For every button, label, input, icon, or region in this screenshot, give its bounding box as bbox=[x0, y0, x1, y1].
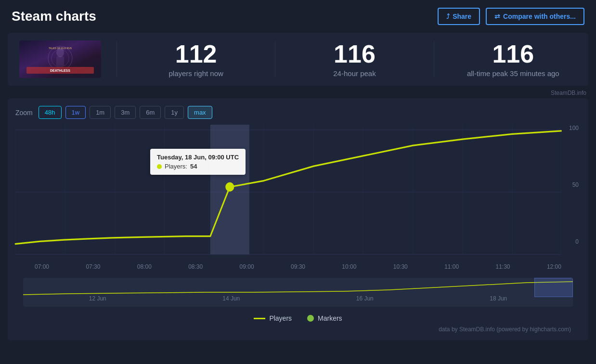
steamdb-reference: SteamDB.info bbox=[0, 88, 596, 98]
mini-chart-svg bbox=[23, 278, 573, 297]
x-label-0700: 07:00 bbox=[35, 263, 49, 270]
x-label-1130: 11:30 bbox=[496, 263, 510, 270]
zoom-1w-button[interactable]: 1w bbox=[65, 106, 86, 119]
all-time-peak-number: 116 bbox=[450, 41, 577, 66]
share-button[interactable]: ⤴ Share bbox=[438, 8, 480, 25]
legend-markers: Markers bbox=[307, 314, 342, 322]
mini-timeline[interactable]: 12 Jun 14 Jun 16 Jun 18 Jun bbox=[23, 278, 573, 307]
top-buttons: ⤴ Share ⇄ Compare with others... bbox=[438, 8, 584, 25]
all-time-peak-block: 116 all-time peak 35 minutes ago bbox=[434, 41, 577, 78]
legend-markers-label: Markers bbox=[318, 314, 342, 322]
current-players-number: 112 bbox=[132, 41, 259, 66]
chart-legend: Players Markers bbox=[15, 311, 581, 324]
chart-line bbox=[15, 131, 561, 244]
legend-players: Players bbox=[254, 314, 292, 322]
chart-svg[interactable] bbox=[15, 125, 581, 260]
main-chart-container: 100 50 0 bbox=[15, 125, 581, 274]
game-logo-text: DEATHLESS TALES OF OLD RUS bbox=[20, 40, 101, 78]
x-label-1030: 10:30 bbox=[393, 263, 408, 270]
current-players-block: 112 players right now bbox=[117, 41, 259, 78]
current-players-label: players right now bbox=[132, 69, 259, 78]
share-icon: ⤴ bbox=[446, 13, 450, 20]
x-label-0800: 08:00 bbox=[137, 263, 152, 270]
game-thumbnail: DEATHLESS TALES OF OLD RUS bbox=[19, 40, 101, 78]
zoom-max-button[interactable]: max bbox=[188, 106, 212, 119]
chart-section: Zoom 48h 1w 1m 3m 6m 1y max 100 50 0 bbox=[8, 98, 588, 340]
stats-card: DEATHLESS TALES OF OLD RUS 112 players r… bbox=[8, 33, 588, 86]
x-label-1200: 12:00 bbox=[547, 263, 561, 270]
mini-highlight bbox=[534, 278, 573, 297]
share-label: Share bbox=[453, 13, 471, 20]
zoom-48h-button[interactable]: 48h bbox=[39, 106, 62, 119]
game-art: DEATHLESS TALES OF OLD RUS bbox=[22, 40, 99, 76]
y-axis-labels: 100 50 0 bbox=[561, 125, 581, 245]
svg-text:TALES OF OLD RUS: TALES OF OLD RUS bbox=[49, 47, 72, 50]
legend-players-line bbox=[254, 318, 265, 319]
x-label-1000: 10:00 bbox=[342, 263, 356, 270]
y-label-0: 0 bbox=[575, 238, 579, 245]
zoom-1y-button[interactable]: 1y bbox=[165, 106, 184, 119]
x-axis-labels: 07:00 07:30 08:00 08:30 09:00 09:30 10:0… bbox=[15, 261, 581, 270]
zoom-6m-button[interactable]: 6m bbox=[140, 106, 161, 119]
peak-24h-label: 24-hour peak bbox=[291, 69, 418, 78]
site-title: Steam charts bbox=[12, 9, 96, 24]
x-label-0730: 07:30 bbox=[86, 263, 100, 270]
peak-24h-block: 116 24-hour peak bbox=[275, 41, 418, 78]
peak-24h-number: 116 bbox=[291, 41, 418, 66]
zoom-label: Zoom bbox=[15, 109, 33, 117]
x-label-0900: 09:00 bbox=[240, 263, 254, 270]
x-label-0830: 08:30 bbox=[188, 263, 203, 270]
legend-markers-dot bbox=[307, 315, 314, 322]
zoom-1m-button[interactable]: 1m bbox=[90, 106, 111, 119]
all-time-peak-label: all-time peak 35 minutes ago bbox=[450, 69, 577, 78]
compare-button[interactable]: ⇄ Compare with others... bbox=[486, 8, 584, 25]
svg-text:DEATHLESS: DEATHLESS bbox=[50, 69, 70, 72]
y-label-50: 50 bbox=[572, 182, 579, 188]
top-bar: Steam charts ⤴ Share ⇄ Compare with othe… bbox=[0, 0, 596, 33]
compare-label: Compare with others... bbox=[503, 13, 576, 20]
chart-data-point[interactable] bbox=[226, 183, 233, 191]
legend-players-label: Players bbox=[269, 314, 292, 322]
y-label-100: 100 bbox=[569, 125, 579, 131]
compare-icon: ⇄ bbox=[494, 13, 500, 20]
zoom-3m-button[interactable]: 3m bbox=[115, 106, 136, 119]
svg-rect-4 bbox=[56, 56, 64, 66]
zoom-controls: Zoom 48h 1w 1m 3m 6m 1y max bbox=[15, 106, 581, 119]
x-label-0930: 09:30 bbox=[291, 263, 305, 270]
x-label-1100: 11:00 bbox=[444, 263, 459, 270]
data-credit: data by SteamDB.info (powered by highcha… bbox=[15, 324, 581, 333]
